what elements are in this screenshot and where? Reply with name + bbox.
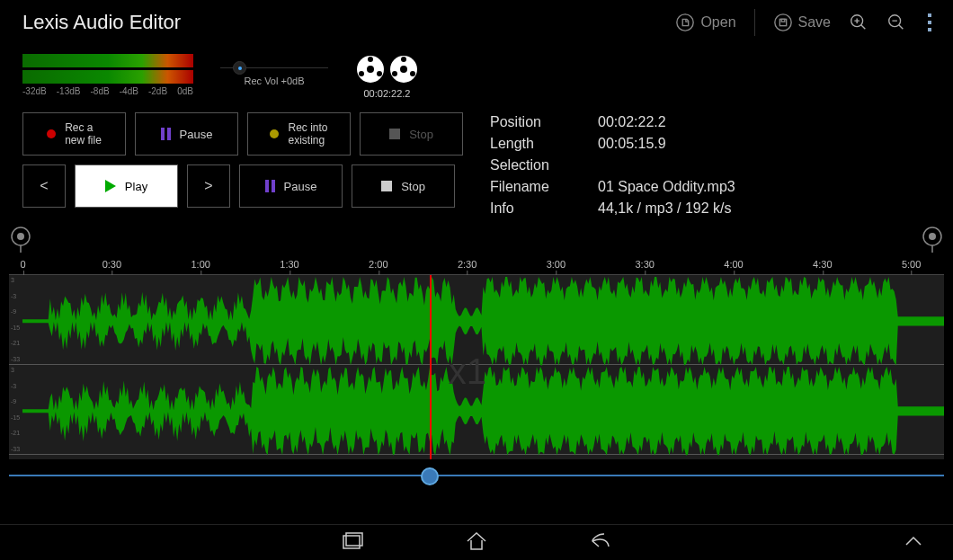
pause-icon bbox=[161, 128, 171, 140]
rec-volume-label: Rec Vol +0dB bbox=[245, 76, 305, 86]
play-icon bbox=[105, 180, 116, 192]
divider bbox=[754, 9, 755, 36]
svg-point-7 bbox=[367, 66, 374, 73]
zoom-in-button[interactable] bbox=[849, 13, 868, 32]
svg-rect-2 bbox=[779, 19, 786, 25]
menu-dot-icon bbox=[928, 21, 931, 24]
ruler-tick: 1:00 bbox=[191, 259, 209, 270]
recent-apps-button[interactable] bbox=[340, 529, 365, 557]
meter-label: -2dB bbox=[148, 86, 167, 96]
zoom-out-icon bbox=[886, 13, 906, 32]
marker-end-icon[interactable] bbox=[919, 226, 946, 253]
meter-bar-right bbox=[22, 70, 193, 84]
info-panel: Position00:02:22.2 Length00:05:15.9 Sele… bbox=[490, 112, 735, 217]
zoom-in-icon bbox=[849, 13, 868, 32]
svg-point-0 bbox=[677, 14, 693, 31]
rec-existing-label: Rec into existing bbox=[288, 121, 327, 147]
pause-play-label: Pause bbox=[284, 180, 317, 193]
info-value: 44,1k / mp3 / 192 k/s bbox=[598, 200, 732, 217]
reel-time: 00:02:22.2 bbox=[364, 88, 411, 99]
ruler-tick: 4:00 bbox=[724, 259, 743, 270]
meter-label: -13dB bbox=[57, 86, 81, 96]
open-button[interactable]: Open bbox=[675, 13, 735, 32]
svg-point-14 bbox=[410, 71, 415, 76]
rec-new-label: Rec a new file bbox=[65, 121, 102, 147]
svg-point-10 bbox=[359, 71, 364, 76]
menu-button[interactable] bbox=[924, 10, 935, 35]
ruler-tick: 2:00 bbox=[369, 259, 387, 270]
meter-label: -4dB bbox=[120, 86, 138, 96]
back-button[interactable] bbox=[588, 529, 613, 557]
menu-dot-icon bbox=[928, 28, 931, 31]
filename-value: 01 Space Oddity.mp3 bbox=[598, 179, 735, 195]
save-label: Save bbox=[798, 14, 831, 31]
record-overlay-icon bbox=[270, 129, 279, 138]
meter-label: -8dB bbox=[91, 86, 110, 96]
timeline-scrollbar[interactable] bbox=[9, 467, 944, 484]
expand-button[interactable] bbox=[901, 529, 926, 557]
ruler-tick: 3:30 bbox=[635, 259, 654, 270]
info-label: Info bbox=[490, 200, 598, 217]
playhead[interactable] bbox=[430, 275, 432, 459]
play-button[interactable]: Play bbox=[75, 164, 178, 208]
save-button[interactable]: Save bbox=[773, 13, 831, 32]
filename-label: Filename bbox=[490, 179, 598, 195]
meter-bar-left bbox=[22, 54, 193, 67]
level-meter: -32dB -13dB -8dB -4dB -2dB 0dB bbox=[22, 54, 193, 96]
meter-label: 0dB bbox=[177, 86, 193, 96]
ruler-tick: 4:30 bbox=[813, 259, 832, 270]
stop-play-label: Stop bbox=[401, 180, 425, 193]
ruler-tick: 1:30 bbox=[280, 259, 298, 270]
seek-back-button[interactable]: < bbox=[22, 164, 66, 208]
home-button[interactable] bbox=[464, 529, 489, 557]
seek-forward-button[interactable]: > bbox=[187, 164, 230, 208]
svg-rect-3 bbox=[781, 19, 785, 22]
selection-label: Selection bbox=[490, 157, 598, 173]
play-label: Play bbox=[125, 180, 147, 193]
open-label: Open bbox=[700, 14, 735, 31]
svg-point-1 bbox=[774, 14, 790, 31]
zoom-out-button[interactable] bbox=[886, 13, 906, 32]
ruler-tick: 3:00 bbox=[547, 259, 566, 270]
rec-new-file-button[interactable]: Rec a new file bbox=[22, 112, 126, 156]
marker-start-icon[interactable] bbox=[7, 226, 34, 253]
menu-dot-icon bbox=[928, 13, 931, 17]
android-navbar bbox=[0, 524, 953, 560]
scroll-thumb[interactable] bbox=[421, 467, 439, 485]
position-label: Position bbox=[490, 114, 598, 130]
ruler-tick: 2:30 bbox=[458, 259, 476, 270]
rec-volume-knob[interactable] bbox=[233, 61, 246, 75]
position-value: 00:02:22.2 bbox=[598, 114, 666, 130]
rec-volume-slider[interactable]: Rec Vol +0dB bbox=[220, 54, 328, 86]
svg-point-9 bbox=[377, 71, 382, 76]
stop-icon bbox=[389, 129, 400, 139]
svg-point-13 bbox=[401, 57, 406, 62]
ruler-tick: 0 bbox=[21, 259, 26, 270]
svg-point-12 bbox=[400, 66, 407, 73]
app-title: Lexis Audio Editor bbox=[22, 11, 181, 34]
ruler: 0 0:30 1:00 1:30 2:00 2:30 3:00 3:30 4:0… bbox=[9, 257, 944, 275]
stop-rec-button[interactable]: Stop bbox=[360, 112, 463, 156]
stop-play-button[interactable]: Stop bbox=[352, 164, 455, 208]
stop-icon bbox=[381, 181, 392, 191]
svg-point-15 bbox=[392, 71, 397, 76]
chevron-up-icon bbox=[901, 529, 926, 554]
svg-point-17 bbox=[17, 233, 24, 240]
back-icon bbox=[588, 529, 613, 554]
pause-play-button[interactable]: Pause bbox=[239, 164, 343, 208]
pause-icon bbox=[265, 180, 275, 192]
meter-label: -32dB bbox=[22, 86, 47, 96]
timeline[interactable]: 0 0:30 1:00 1:30 2:00 2:30 3:00 3:30 4:0… bbox=[9, 257, 944, 459]
reel-icon bbox=[388, 54, 419, 84]
ruler-tick: 5:00 bbox=[902, 259, 921, 270]
length-label: Length bbox=[490, 136, 598, 152]
rec-existing-button[interactable]: Rec into existing bbox=[247, 112, 351, 156]
ruler-tick: 0:30 bbox=[102, 259, 121, 270]
zoom-label: x1 bbox=[449, 351, 486, 392]
file-open-icon bbox=[675, 13, 695, 32]
stop-rec-label: Stop bbox=[409, 128, 433, 141]
pause-rec-label: Pause bbox=[180, 128, 213, 141]
svg-point-8 bbox=[368, 57, 373, 62]
pause-rec-button[interactable]: Pause bbox=[135, 112, 238, 156]
tape-reels: 00:02:22.2 bbox=[355, 54, 419, 99]
